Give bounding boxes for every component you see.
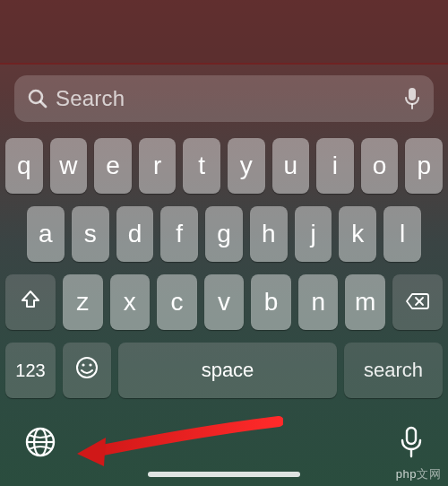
keyboard-row-3: z x c v b n m xyxy=(5,274,443,330)
search-field[interactable]: Search xyxy=(14,75,434,122)
status-overlay xyxy=(0,0,448,65)
emoji-key[interactable] xyxy=(63,343,111,398)
key-b[interactable]: b xyxy=(251,274,291,330)
search-key[interactable]: search xyxy=(344,343,443,398)
key-m[interactable]: m xyxy=(345,274,385,330)
keyboard-row-2: a s d f g h j k l xyxy=(5,206,443,262)
svg-rect-2 xyxy=(409,88,416,100)
shift-key[interactable] xyxy=(5,274,56,330)
key-q[interactable]: q xyxy=(5,138,43,194)
svg-point-8 xyxy=(89,363,91,366)
keyboard: q w e r t y u i o p a s d f g h j k l z … xyxy=(0,131,448,398)
svg-point-6 xyxy=(77,358,97,378)
search-placeholder: Search xyxy=(56,86,396,111)
key-l[interactable]: l xyxy=(383,206,421,262)
key-k[interactable]: k xyxy=(339,206,376,262)
key-x[interactable]: x xyxy=(110,274,151,330)
key-n[interactable]: n xyxy=(298,274,339,330)
svg-line-1 xyxy=(40,101,46,107)
key-j[interactable]: j xyxy=(295,206,332,262)
key-o[interactable]: o xyxy=(361,138,399,194)
key-v[interactable]: v xyxy=(204,274,245,330)
key-z[interactable]: z xyxy=(63,274,103,330)
key-f[interactable]: f xyxy=(160,206,198,262)
watermark-a: php xyxy=(396,467,417,481)
watermark: php文网 xyxy=(396,466,441,482)
dictation-key[interactable] xyxy=(398,424,425,460)
svg-rect-12 xyxy=(407,428,416,444)
shift-icon xyxy=(20,288,41,317)
watermark-b: 文网 xyxy=(417,467,441,481)
key-t[interactable]: t xyxy=(183,138,220,194)
mic-icon[interactable] xyxy=(403,86,421,111)
key-c[interactable]: c xyxy=(157,274,197,330)
key-u[interactable]: u xyxy=(272,138,310,194)
key-r[interactable]: r xyxy=(139,138,177,194)
keyboard-row-1: q w e r t y u i o p xyxy=(5,138,443,194)
space-key[interactable]: space xyxy=(118,343,337,398)
key-p[interactable]: p xyxy=(405,138,443,194)
svg-point-7 xyxy=(82,363,84,366)
key-h[interactable]: h xyxy=(250,206,288,262)
key-g[interactable]: g xyxy=(205,206,243,262)
key-y[interactable]: y xyxy=(228,138,265,194)
key-i[interactable]: i xyxy=(316,138,354,194)
key-d[interactable]: d xyxy=(116,206,154,262)
key-a[interactable]: a xyxy=(27,206,65,262)
backspace-icon xyxy=(405,288,430,317)
search-bar-container: Search xyxy=(0,65,448,131)
key-s[interactable]: s xyxy=(72,206,109,262)
search-icon xyxy=(27,88,48,109)
key-w[interactable]: w xyxy=(50,138,88,194)
key-e[interactable]: e xyxy=(94,138,132,194)
globe-key[interactable] xyxy=(23,425,57,459)
emoji-icon xyxy=(74,355,99,386)
keyboard-row-4: 123 space search xyxy=(5,343,443,398)
home-indicator[interactable] xyxy=(148,472,300,477)
backspace-key[interactable] xyxy=(392,274,443,330)
numbers-key[interactable]: 123 xyxy=(5,343,56,398)
